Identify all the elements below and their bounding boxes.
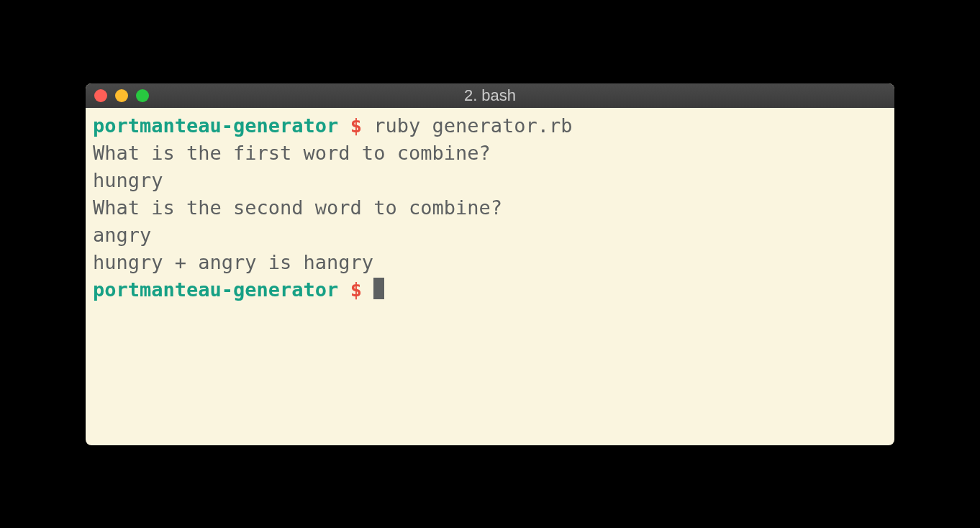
prompt-symbol-2: $ [350, 278, 362, 301]
terminal-line-1: portmanteau-generator $ ruby generator.r… [93, 112, 887, 140]
close-button[interactable] [94, 89, 107, 102]
minimize-button[interactable] [115, 89, 128, 102]
output-line-5: hungry + angry is hangry [93, 249, 887, 276]
maximize-button[interactable] [136, 89, 149, 102]
output-line-3: What is the second word to combine? [93, 194, 887, 222]
output-line-1: What is the first word to combine? [93, 140, 887, 167]
terminal-window: 2. bash portmanteau-generator $ ruby gen… [86, 83, 894, 445]
output-line-4: angry [93, 222, 887, 249]
terminal-line-prompt: portmanteau-generator $ [93, 276, 887, 304]
prompt-dir-2: portmanteau-generator [93, 278, 338, 301]
cursor-icon [373, 278, 384, 299]
prompt-symbol: $ [350, 114, 362, 137]
output-line-2: hungry [93, 167, 887, 194]
title-bar: 2. bash [86, 83, 894, 108]
traffic-lights [94, 89, 149, 102]
terminal-body[interactable]: portmanteau-generator $ ruby generator.r… [86, 108, 894, 445]
command-text: ruby generator.rb [373, 114, 572, 137]
window-title: 2. bash [86, 86, 894, 105]
prompt-dir: portmanteau-generator [93, 114, 338, 137]
